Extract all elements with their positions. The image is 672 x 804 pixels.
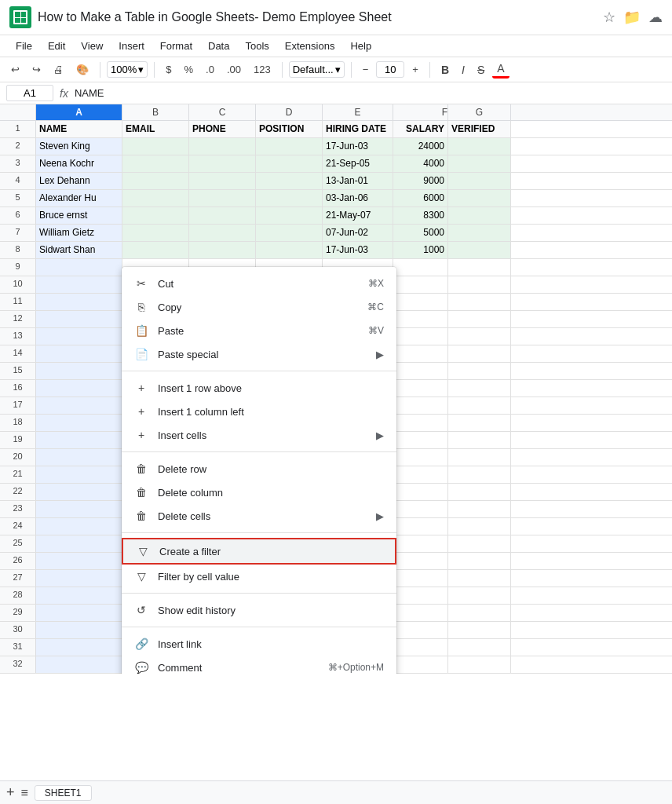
cell-a-4[interactable]: Alexander Hu [36,190,122,206]
text-color-button[interactable]: A [492,60,509,79]
undo-button[interactable]: ↩ [6,60,24,79]
cell-g-31[interactable] [448,656,511,673]
cell-a-7[interactable]: Sidwart Shan [36,242,122,258]
cell-f-28[interactable] [393,605,448,621]
cell-a-12[interactable] [36,328,122,345]
redo-button[interactable]: ↪ [27,60,46,79]
menu-insert[interactable]: Insert [112,37,151,55]
cell-g-14[interactable] [448,363,511,379]
col-header-f[interactable]: F [393,104,448,120]
menu-help[interactable]: Help [344,37,378,55]
font-size-increase-button[interactable]: + [407,60,423,79]
cell-f-6[interactable]: 5000 [393,225,448,241]
cell-f-26[interactable] [393,570,448,587]
cell-b-4[interactable] [122,190,189,206]
cell-g-18[interactable] [448,432,511,448]
col-header-g[interactable]: G [448,104,511,120]
cell-a-27[interactable] [36,587,122,604]
paint-format-button[interactable]: 🎨 [71,60,93,79]
cell-a-11[interactable] [36,311,122,327]
star-icon[interactable]: ☆ [603,9,615,26]
menu-tools[interactable]: Tools [239,37,275,55]
cell-a-10[interactable] [36,294,122,310]
menu-paste[interactable]: 📋 Paste ⌘V [122,319,396,342]
folder-icon[interactable]: 📁 [623,9,641,26]
cell-b-5[interactable] [122,207,189,224]
cell-f-4[interactable]: 6000 [393,190,448,206]
cell-g-8[interactable] [448,259,511,276]
percent-button[interactable]: % [179,60,198,79]
cell-e-4[interactable]: 03-Jan-06 [323,190,393,206]
menu-format[interactable]: Format [154,37,199,55]
italic-button[interactable]: I [457,62,469,78]
cell-a-3[interactable]: Lex Dehann [36,173,122,189]
cell-a-30[interactable] [36,639,122,656]
cell-a-18[interactable] [36,432,122,448]
cell-c-2[interactable] [189,155,256,172]
cell-f-14[interactable] [393,363,448,379]
cell-e-0[interactable]: HIRING DATE [323,121,393,137]
cell-c-5[interactable] [189,207,256,224]
col-header-d[interactable]: D [256,104,323,120]
cell-g-9[interactable] [448,276,511,293]
cell-g-16[interactable] [448,397,511,414]
cell-a-8[interactable] [36,259,122,276]
cell-f-7[interactable]: 1000 [393,242,448,258]
col-header-a[interactable]: A [36,104,122,120]
col-header-e[interactable]: E [323,104,393,120]
cell-f-12[interactable] [393,328,448,345]
cell-g-28[interactable] [448,605,511,621]
decimal-decrease-button[interactable]: .0 [201,60,219,79]
cell-a-2[interactable]: Neena Kochr [36,155,122,172]
cell-g-11[interactable] [448,311,511,327]
cell-a-13[interactable] [36,345,122,362]
cell-f-27[interactable] [393,587,448,604]
menu-filter-by-value[interactable]: ▽ Filter by cell value [122,565,396,588]
cell-g-15[interactable] [448,380,511,397]
cell-d-3[interactable] [256,173,323,189]
cell-g-0[interactable]: VERIFIED [448,121,511,137]
cell-g-1[interactable] [448,138,511,155]
cell-a-1[interactable]: Steven King [36,138,122,155]
cell-a-20[interactable] [36,466,122,483]
cell-g-30[interactable] [448,639,511,656]
cell-f-9[interactable] [393,276,448,293]
cell-b-0[interactable]: EMAIL [122,121,189,137]
cell-e-3[interactable]: 13-Jan-01 [323,173,393,189]
col-header-c[interactable]: C [189,104,256,120]
cell-e-2[interactable]: 21-Sep-05 [323,155,393,172]
cell-f-11[interactable] [393,311,448,327]
print-button[interactable]: 🖨 [49,60,68,79]
cell-f-22[interactable] [393,501,448,517]
menu-comment[interactable]: 💬 Comment ⌘+Option+M [122,656,396,674]
cell-a-14[interactable] [36,363,122,379]
cell-f-15[interactable] [393,380,448,397]
cell-g-26[interactable] [448,570,511,587]
cell-d-2[interactable] [256,155,323,172]
cell-c-0[interactable]: PHONE [189,121,256,137]
cell-f-23[interactable] [393,518,448,535]
cell-f-10[interactable] [393,294,448,310]
cell-a-5[interactable]: Bruce ernst [36,207,122,224]
menu-delete-row[interactable]: 🗑 Delete row [122,457,396,481]
cell-g-12[interactable] [448,328,511,345]
cell-f-16[interactable] [393,397,448,414]
cell-d-5[interactable] [256,207,323,224]
cell-a-28[interactable] [36,605,122,621]
cell-f-19[interactable] [393,449,448,466]
cell-a-22[interactable] [36,501,122,517]
cell-g-4[interactable] [448,190,511,206]
menu-cut[interactable]: ✂ Cut ⌘X [122,272,396,295]
cell-a-25[interactable] [36,553,122,569]
cell-g-19[interactable] [448,449,511,466]
cell-a-16[interactable] [36,397,122,414]
cell-f-25[interactable] [393,553,448,569]
cell-a-0[interactable]: NAME [36,121,122,137]
cell-d-0[interactable]: POSITION [256,121,323,137]
cell-f-20[interactable] [393,466,448,483]
cell-f-29[interactable] [393,622,448,638]
cell-e-7[interactable]: 17-Jun-03 [323,242,393,258]
zoom-selector[interactable]: 100% ▾ [107,61,148,78]
cell-a-31[interactable] [36,656,122,673]
cell-g-23[interactable] [448,518,511,535]
